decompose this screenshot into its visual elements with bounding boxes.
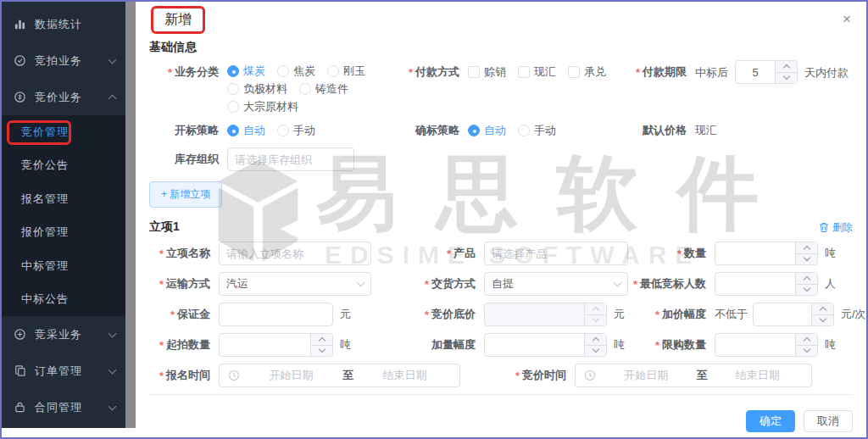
increase-range-stepper	[484, 333, 607, 357]
min-bidders-unit: 人	[825, 276, 836, 292]
radio-icon	[277, 65, 289, 77]
field-label-business-category: * 业务分类	[149, 64, 227, 80]
step-up-button[interactable]	[796, 273, 817, 284]
sidebar-submenu: 竞价管理 竞价公告 报名管理 报价管理 中标管理 中标公告	[2, 115, 125, 316]
checkbox-spot-exchange[interactable]: 现汇	[518, 64, 556, 80]
inventory-org-input[interactable]	[227, 147, 354, 171]
purchase-limit-input[interactable]	[715, 334, 795, 356]
radio-confirm-manual[interactable]: 手动	[518, 123, 556, 138]
field-label-payment-method: * 付款方式	[403, 64, 468, 80]
field-label-default-price: 默认价格	[634, 123, 695, 138]
sidebar-item-auction-business[interactable]: 竞拍业务	[2, 42, 125, 79]
radio-confirm-auto[interactable]: 自动	[468, 123, 506, 138]
sidebar-item-procurement-business[interactable]: 竞采业务	[2, 316, 125, 353]
start-quantity-stepper	[219, 333, 333, 357]
sidebar-item-bidding-business[interactable]: 竞价业务	[2, 79, 125, 115]
deposit-unit: 元	[340, 307, 351, 322]
sidebar-item-label: 报名管理	[21, 192, 69, 207]
increase-range-input[interactable]	[485, 334, 584, 356]
step-down-button[interactable]	[796, 345, 817, 357]
radio-coke[interactable]: 焦炭	[277, 64, 315, 79]
cancel-button[interactable]: 取消	[804, 410, 853, 432]
confirm-button[interactable]: 确定	[746, 410, 795, 432]
step-up-button[interactable]	[585, 334, 606, 345]
floor-price-unit: 元	[614, 307, 625, 322]
radio-open-auto[interactable]: 自动	[227, 123, 265, 138]
field-label-signup-time: * 报名时间	[149, 368, 219, 383]
add-project-button[interactable]: + 新增立项	[149, 181, 222, 208]
sidebar-item-award-management[interactable]: 中标管理	[2, 249, 125, 283]
chevron-up-icon	[108, 94, 117, 103]
radio-casting[interactable]: 铸造件	[299, 81, 348, 97]
sidebar-item-signup-management[interactable]: 报名管理	[2, 182, 125, 216]
sidebar-item-label: 竞拍业务	[35, 53, 109, 69]
radio-corundum[interactable]: 刚玉	[327, 64, 365, 79]
sidebar-item-label: 中标管理	[21, 258, 69, 274]
signup-time-daterange[interactable]: 开始日期 至 结束日期	[219, 364, 460, 387]
step-up-button[interactable]	[796, 334, 817, 345]
sidebar-item-label: 竞价业务	[35, 90, 109, 105]
chevron-down-icon	[108, 329, 117, 337]
transport-mode-select[interactable]: 汽运	[219, 272, 371, 296]
project-section-title: 立项1	[149, 220, 819, 235]
floor-price-stepper	[484, 303, 607, 326]
chevron-up-icon	[782, 64, 789, 71]
radio-coal[interactable]: 煤炭	[227, 64, 265, 79]
start-quantity-input[interactable]	[220, 334, 310, 356]
bid-increment-stepper	[753, 303, 834, 326]
sidebar-item-contract-management[interactable]: 合同管理	[2, 389, 125, 425]
clock-icon	[584, 370, 596, 381]
sidebar-item-quote-management[interactable]: 报价管理	[2, 216, 125, 250]
radio-anode-material[interactable]: 负极材料	[227, 81, 287, 97]
radio-icon	[227, 101, 239, 113]
step-down-button[interactable]	[585, 345, 606, 357]
footer-divider	[149, 394, 853, 395]
payment-term-input[interactable]	[736, 61, 775, 83]
product-input[interactable]	[484, 242, 628, 265]
close-icon[interactable]: ×	[843, 12, 851, 26]
sidebar-item-label: 数据统计	[35, 17, 115, 32]
bid-increment-input[interactable]	[754, 303, 811, 325]
checkbox-acceptance[interactable]: 承兑	[568, 64, 606, 80]
start-date-placeholder: 开始日期	[245, 368, 337, 383]
bar-chart-icon	[13, 17, 27, 31]
step-down-button[interactable]	[796, 284, 817, 296]
radio-bulk-raw-material[interactable]: 大宗原材料	[227, 99, 298, 114]
sidebar-item-label: 合同管理	[35, 400, 109, 415]
sidebar-item-award-announcement[interactable]: 中标公告	[2, 283, 125, 317]
field-label-confirm-bid-strategy: 确标策略	[403, 123, 468, 138]
section-title-basic-info: 基础信息	[149, 40, 853, 55]
step-up-button[interactable]	[812, 303, 833, 314]
chevron-down-icon	[614, 279, 622, 287]
field-label-deposit: * 保证金	[149, 307, 219, 322]
annotation-box-title: 新增	[151, 6, 205, 34]
step-down-button[interactable]	[796, 253, 817, 265]
payment-method-checkbox-group: 赊销 现汇 承兑	[468, 64, 606, 80]
sidebar-item-label: 竞价公告	[21, 158, 69, 173]
dialog-title: 新增	[164, 12, 192, 26]
delete-project-link[interactable]: 删除	[819, 220, 853, 235]
field-label-purchase-limit: * 限购数量	[634, 337, 715, 353]
step-down-button[interactable]	[311, 345, 332, 357]
sidebar-item-bidding-management[interactable]: 竞价管理	[2, 115, 125, 149]
step-down-button[interactable]	[776, 72, 797, 84]
sidebar-item-data-statistics[interactable]: 数据统计	[2, 6, 125, 42]
sidebar-item-label: 报价管理	[21, 225, 69, 240]
min-bidders-input[interactable]	[715, 273, 795, 295]
bidding-time-daterange[interactable]: 开始日期 至 结束日期	[575, 364, 812, 387]
project-name-input[interactable]	[219, 242, 371, 265]
sidebar-item-bidding-announcement[interactable]: 竞价公告	[2, 149, 125, 183]
step-up-button[interactable]	[776, 61, 797, 72]
sidebar-item-order-management[interactable]: 订单管理	[2, 353, 125, 389]
deposit-input[interactable]	[219, 303, 333, 326]
checkbox-credit-sale[interactable]: 赊销	[468, 64, 506, 80]
checkbox-icon	[468, 66, 480, 78]
radio-open-manual[interactable]: 手动	[277, 123, 315, 138]
field-label-min-bidders: * 最低竞标人数	[634, 276, 715, 292]
delivery-mode-select[interactable]: 自提	[484, 272, 628, 296]
step-down-button[interactable]	[812, 314, 833, 326]
radio-selected-icon	[468, 125, 480, 136]
quantity-input[interactable]	[715, 242, 795, 264]
step-up-button[interactable]	[311, 334, 332, 345]
step-up-button[interactable]	[796, 242, 817, 253]
